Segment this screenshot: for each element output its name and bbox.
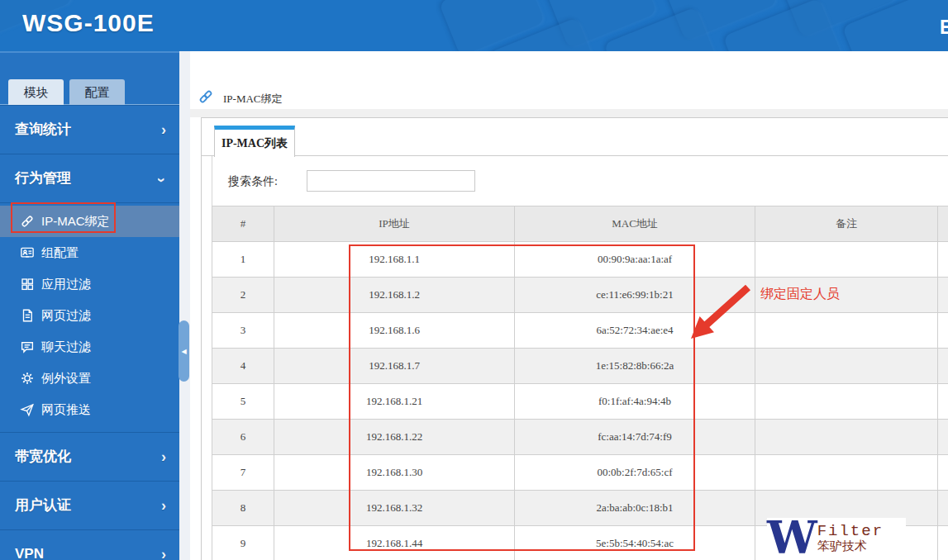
sidebar-item-web-filter[interactable]: 网页过滤 [0, 300, 179, 331]
cell-note [755, 455, 938, 491]
panel-tabstrip: IP-MAC列表 [202, 118, 948, 156]
cell-note [755, 349, 938, 384]
submenu-label: IP-MAC绑定 [41, 214, 110, 228]
sidebar-item-chat-filter[interactable]: 聊天过滤 [0, 331, 179, 363]
cell-note [755, 278, 938, 313]
cell-extra [938, 384, 948, 420]
menu-label: 用户认证 [15, 497, 71, 513]
cell-ip: 192.168.1.1 [274, 242, 515, 278]
search-label: 搜索条件: [228, 174, 278, 189]
sidebar-item-user-auth[interactable]: 用户认证 › [0, 481, 179, 529]
submenu-label: 组配置 [41, 245, 79, 259]
cell-index: 6 [212, 420, 274, 455]
submenu-label: 应用过滤 [41, 277, 91, 291]
cell-extra [938, 420, 948, 455]
ip-mac-table-wrap: # IP地址 MAC地址 备注 1192.168.1.100:90:9a:aa:… [212, 206, 948, 560]
table-row: 4192.168.1.71e:15:82:8b:66:2a [212, 349, 948, 384]
document-icon [20, 308, 35, 323]
chat-bubble-icon [20, 339, 35, 354]
cell-note [755, 242, 938, 278]
chevron-right-icon: › [161, 433, 166, 481]
app-window: WSG-100E E 模块 配置 查询统计 › 行为管理 › IP-MAC绑定 [0, 0, 948, 560]
submenu-label: 网页推送 [41, 402, 91, 416]
chevron-right-icon: › [161, 482, 166, 529]
submenu-label: 例外设置 [41, 371, 91, 385]
sidebar-item-vpn[interactable]: VPN › [0, 529, 179, 560]
cell-index: 4 [212, 349, 274, 384]
col-header-extra [938, 206, 948, 242]
cell-index: 1 [212, 242, 274, 278]
cell-mac: 2a:ba:ab:0c:18:b1 [515, 491, 755, 526]
watermark-brand: Filter [817, 524, 884, 539]
search-input[interactable] [307, 170, 475, 192]
collapse-left-icon: ◀ [181, 348, 186, 355]
cell-extra [938, 455, 948, 491]
cell-ip: 192.168.1.32 [274, 491, 515, 526]
tab-modules[interactable]: 模块 [8, 79, 64, 105]
cell-mac: fc:aa:14:7d:74:f9 [515, 420, 755, 455]
cell-ip: 192.168.1.44 [274, 526, 515, 560]
cell-mac: 00:90:9a:aa:1a:af [515, 242, 755, 278]
cell-index: 9 [212, 526, 274, 560]
sidebar-item-bandwidth-opt[interactable]: 带宽优化 › [0, 432, 179, 481]
panel-inner-frame: 搜索条件: # IP地址 MAC地址 备注 [212, 156, 948, 560]
table-row: 3192.168.1.66a:52:72:34:ae:e4 [212, 313, 948, 349]
sidebar-item-behavior-mgmt[interactable]: 行为管理 › [0, 154, 179, 202]
cell-extra [938, 349, 948, 384]
cell-ip: 192.168.1.2 [274, 278, 515, 313]
sidebar-item-exception-settings[interactable]: 例外设置 [0, 363, 179, 394]
menu-label: 带宽优化 [15, 448, 71, 464]
cell-mac: 00:0b:2f:7d:65:cf [515, 455, 755, 491]
watermark-text-column: Filter 笨驴技术 [816, 518, 884, 560]
watermark-company: 笨驴技术 [817, 539, 884, 553]
tab-ip-mac-list[interactable]: IP-MAC列表 [214, 126, 295, 157]
tab-config[interactable]: 配置 [69, 79, 125, 105]
cell-ip: 192.168.1.7 [274, 349, 515, 384]
menu-label: VPN [15, 546, 44, 560]
table-row: 6192.168.1.22fc:aa:14:7d:74:f9 [212, 420, 948, 455]
table-row: 2192.168.1.2ce:11:e6:99:1b:21 [212, 278, 948, 313]
col-header-index: # [212, 206, 274, 242]
app-title: WSG-100E [22, 9, 155, 37]
col-header-note: 备注 [755, 206, 938, 242]
table-row: 5192.168.1.21f0:1f:af:4a:94:4b [212, 384, 948, 420]
sidebar-collapse-handle[interactable]: ◀ [179, 320, 189, 382]
main-content: IP-MAC绑定 IP-MAC列表 搜索条件: # [190, 51, 948, 560]
behavior-submenu: IP-MAC绑定 组配置 应用过滤 [0, 202, 179, 432]
cell-ip: 192.168.1.6 [274, 313, 515, 349]
cell-index: 2 [212, 278, 274, 313]
sidebar-item-app-filter[interactable]: 应用过滤 [0, 268, 179, 300]
gear-icon [20, 371, 35, 386]
cell-mac: 1e:15:82:8b:66:2a [515, 349, 755, 384]
sidebar-gutter [179, 51, 190, 560]
breadcrumb: IP-MAC绑定 [190, 51, 948, 109]
sidebar-item-web-push[interactable]: 网页推送 [0, 394, 179, 425]
cell-mac: ce:11:e6:99:1b:21 [515, 278, 755, 313]
cell-mac: f0:1f:af:4a:94:4b [515, 384, 755, 420]
chain-link-icon [198, 88, 214, 105]
cell-extra [938, 526, 948, 560]
menu-label: 行为管理 [15, 170, 71, 186]
cell-extra [938, 242, 948, 278]
cell-index: 3 [212, 313, 274, 349]
submenu-label: 聊天过滤 [41, 339, 91, 354]
table-row: 1192.168.1.100:90:9a:aa:1a:af [212, 242, 948, 278]
search-row: 搜索条件: [212, 156, 948, 206]
sidebar-item-ip-mac-binding[interactable]: IP-MAC绑定 [0, 206, 179, 237]
cell-index: 7 [212, 455, 274, 491]
chevron-right-icon: › [161, 530, 166, 560]
sidebar-item-group-config[interactable]: 组配置 [0, 237, 179, 268]
sidebar-tabbar: 模块 配置 [0, 53, 179, 105]
cell-ip: 192.168.1.22 [274, 420, 515, 455]
paper-plane-icon [20, 402, 35, 417]
cell-note [755, 384, 938, 420]
sidebar-item-query-stats[interactable]: 查询统计 › [0, 105, 179, 154]
cell-extra [938, 313, 948, 349]
panel-background-strip [190, 109, 948, 117]
cell-note [755, 313, 938, 349]
cell-ip: 192.168.1.30 [274, 455, 515, 491]
table-header-row: # IP地址 MAC地址 备注 [212, 206, 948, 242]
id-card-icon [20, 245, 35, 260]
wfilter-watermark: W Filter 笨驴技术 [767, 518, 906, 560]
chevron-right-icon: › [161, 106, 166, 154]
